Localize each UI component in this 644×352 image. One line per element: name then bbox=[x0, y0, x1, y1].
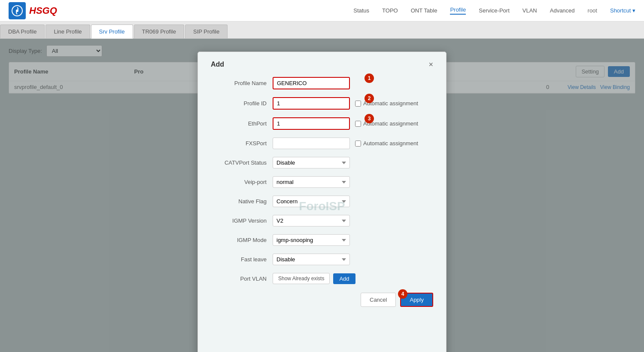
modal-close-button[interactable]: × bbox=[428, 61, 433, 68]
tab-tr069-profile[interactable]: TR069 Profile bbox=[134, 24, 184, 38]
profile-name-label: Profile Name bbox=[211, 80, 267, 86]
igmp-mode-row: IGMP Mode igmp-snooping igmp-proxy bbox=[211, 234, 433, 246]
fxsport-row: FXSPort Automatic assignment bbox=[211, 138, 433, 149]
fxsport-auto-assign: Automatic assignment bbox=[355, 140, 418, 147]
badge-4: 4 bbox=[398, 289, 407, 299]
native-flag-label: Native Flag bbox=[211, 198, 267, 205]
catvport-label: CATVPort Status bbox=[211, 159, 267, 166]
ethport-label: EthPort bbox=[211, 120, 267, 127]
igmp-version-select[interactable]: V2 V3 bbox=[273, 215, 350, 227]
tab-sip-profile[interactable]: SIP Profile bbox=[185, 24, 228, 38]
nav-status[interactable]: Status bbox=[353, 7, 369, 14]
profile-name-input[interactable] bbox=[273, 77, 350, 89]
fxsport-input[interactable] bbox=[273, 138, 350, 149]
badge-1: 1 bbox=[365, 73, 374, 83]
logo-icon bbox=[9, 2, 26, 19]
igmp-mode-label: IGMP Mode bbox=[211, 237, 267, 243]
fxsport-label: FXSPort bbox=[211, 140, 267, 147]
profile-id-checkbox[interactable] bbox=[355, 101, 361, 107]
modal-overlay: ForoISP Add × 1 Profile Name 2 Profile I… bbox=[0, 39, 644, 352]
nav-topo[interactable]: TOPO bbox=[382, 7, 398, 14]
nav-profile[interactable]: Profile bbox=[450, 6, 466, 15]
profile-id-row: 2 Profile ID Automatic assignment bbox=[211, 97, 433, 110]
modal-header: Add × bbox=[211, 61, 433, 68]
profile-id-label: Profile ID bbox=[211, 100, 267, 107]
badge-2: 2 bbox=[365, 94, 374, 103]
nav-shortcut[interactable]: Shortcut ▾ bbox=[610, 7, 635, 14]
cancel-button[interactable]: Cancel bbox=[361, 293, 396, 307]
native-flag-select[interactable]: Concern Non-Concern bbox=[273, 196, 350, 207]
nav-vlan[interactable]: VLAN bbox=[522, 7, 537, 14]
ethport-auto-assign: Automatic assignment bbox=[355, 120, 418, 127]
tab-line-profile[interactable]: Line Profile bbox=[46, 24, 90, 38]
ethport-row: 3 EthPort Automatic assignment bbox=[211, 117, 433, 130]
fast-leave-select[interactable]: Disable Enable bbox=[273, 254, 350, 265]
native-flag-row: Native Flag Concern Non-Concern bbox=[211, 196, 433, 207]
navbar: HSGQ Status TOPO ONT Table Profile Servi… bbox=[0, 0, 644, 21]
show-already-exists-button[interactable]: Show Already exists bbox=[273, 273, 330, 284]
port-vlan-add-button[interactable]: Add bbox=[333, 273, 355, 284]
veipport-row: Veip-port normal none bbox=[211, 176, 433, 188]
logo: HSGQ bbox=[9, 2, 57, 19]
igmp-version-row: IGMP Version V2 V3 bbox=[211, 215, 433, 227]
profile-name-row: 1 Profile Name bbox=[211, 77, 433, 89]
fxsport-auto-label: Automatic assignment bbox=[363, 140, 418, 147]
main-content: Display Type: All Profile Name Pro Setti… bbox=[0, 39, 644, 352]
nav-root: root bbox=[588, 7, 597, 14]
tab-srv-profile[interactable]: Srv Profile bbox=[91, 24, 133, 39]
port-vlan-label: Port VLAN bbox=[211, 275, 267, 282]
badge-3: 3 bbox=[365, 114, 374, 123]
igmp-mode-select[interactable]: igmp-snooping igmp-proxy bbox=[273, 234, 350, 246]
nav-service-port[interactable]: Service-Port bbox=[479, 7, 510, 14]
modal-footer: 4 Cancel Apply bbox=[211, 293, 433, 307]
fast-leave-row: Fast leave Disable Enable bbox=[211, 254, 433, 265]
fast-leave-label: Fast leave bbox=[211, 256, 267, 263]
profile-id-auto-assign: Automatic assignment bbox=[355, 100, 418, 107]
igmp-version-label: IGMP Version bbox=[211, 217, 267, 224]
catvport-select[interactable]: Disable Enable bbox=[273, 157, 350, 168]
ethport-input[interactable] bbox=[273, 117, 350, 130]
svg-point-1 bbox=[16, 9, 18, 12]
add-modal: ForoISP Add × 1 Profile Name 2 Profile I… bbox=[197, 52, 447, 352]
nav-links: Status TOPO ONT Table Profile Service-Po… bbox=[353, 6, 635, 15]
fxsport-checkbox[interactable] bbox=[355, 141, 361, 147]
profile-id-input[interactable] bbox=[273, 97, 350, 110]
nav-ont-table[interactable]: ONT Table bbox=[411, 7, 437, 14]
modal-title: Add bbox=[211, 61, 224, 68]
tabs-bar: DBA Profile Line Profile Srv Profile TR0… bbox=[0, 21, 644, 39]
nav-advanced[interactable]: Advanced bbox=[550, 7, 575, 14]
tab-dba-profile[interactable]: DBA Profile bbox=[0, 24, 45, 38]
veipport-label: Veip-port bbox=[211, 179, 267, 185]
port-vlan-row: Port VLAN Show Already exists Add bbox=[211, 273, 433, 284]
veipport-select[interactable]: normal none bbox=[273, 176, 350, 188]
ethport-checkbox[interactable] bbox=[355, 121, 361, 127]
catvport-row: CATVPort Status Disable Enable bbox=[211, 157, 433, 168]
logo-text: HSGQ bbox=[29, 5, 57, 16]
